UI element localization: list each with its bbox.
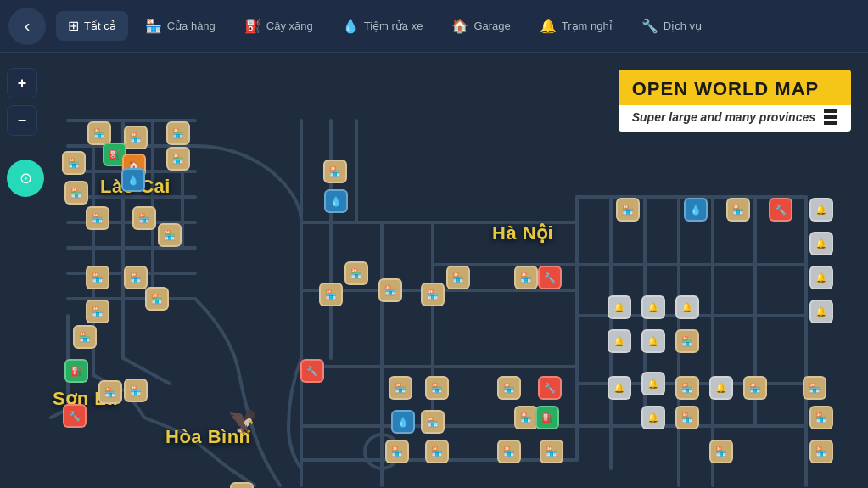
map-icon-shop-35[interactable]: 🏪: [421, 410, 445, 434]
all-icon: ⊞: [68, 18, 79, 34]
map-icon-shop-12[interactable]: 🏪: [86, 266, 109, 289]
tab-rest-label: Trạm nghỉ: [562, 20, 613, 32]
map-icon-bell-71[interactable]: 🔔: [809, 300, 833, 323]
map-icon-shop-25[interactable]: 🏪: [323, 160, 347, 183]
map-icon-shop-21[interactable]: 🏪: [230, 482, 254, 488]
map-icon-shop-43[interactable]: 🏪: [514, 406, 538, 429]
fuel-icon: ⛽: [244, 18, 261, 34]
map-icon-shop-55[interactable]: 🏪: [675, 376, 699, 400]
locate-button[interactable]: ⊙: [7, 160, 44, 197]
map-icon-bell-50[interactable]: 🔔: [608, 329, 631, 353]
zoom-in-button[interactable]: +: [7, 68, 37, 98]
map-icon-shop-27[interactable]: 🏪: [344, 261, 368, 285]
map-icon-bell-49[interactable]: 🔔: [675, 295, 699, 319]
map-icon-bell-68[interactable]: 🔔: [809, 198, 833, 222]
map-icon-shop-0[interactable]: 🏪: [87, 121, 111, 145]
map-icon-shop-62[interactable]: 🏪: [809, 440, 833, 463]
tab-garage-label: Garage: [473, 20, 510, 32]
map-icon-shop-57[interactable]: 🏪: [743, 376, 767, 400]
map-icon-bell-70[interactable]: 🔔: [809, 266, 833, 289]
map-icon-service-29[interactable]: 🔧: [300, 359, 324, 383]
map-icon-bell-51[interactable]: 🔔: [641, 329, 665, 353]
top-navigation: ‹ ⊞ Tất cả 🏪 Cửa hàng ⛽ Cây xăng 💧 Tiệm …: [0, 0, 868, 53]
map-icon-water-7[interactable]: 💧: [121, 168, 145, 192]
map-icon-shop-2[interactable]: 🏪: [166, 121, 190, 145]
map-icon-shop-18[interactable]: 🏪: [98, 380, 122, 404]
map-icon-shop-10[interactable]: 🏪: [132, 206, 156, 230]
banner-header: OPEN WORLD MAP: [619, 70, 851, 105]
map-icon-shop-39[interactable]: 🏪: [514, 266, 538, 289]
map-icon-shop-32[interactable]: 🏪: [389, 376, 412, 400]
locate-icon: ⊙: [20, 169, 32, 188]
map-icon-shop-46[interactable]: 🏪: [540, 440, 563, 463]
map-icon-shop-60[interactable]: 🏪: [675, 406, 699, 429]
map-icon-shop-64[interactable]: 🏪: [616, 198, 640, 222]
map-icon-shop-28[interactable]: 🏪: [319, 283, 343, 306]
tab-water[interactable]: 💧 Tiệm rửa xe: [330, 11, 435, 41]
map-icon-shop-30[interactable]: 🏪: [378, 278, 402, 302]
map-icon-bell-47[interactable]: 🔔: [608, 295, 631, 319]
map-icon-service-42[interactable]: 🔧: [538, 376, 562, 400]
map-icon-shop-33[interactable]: 🏪: [425, 376, 449, 400]
tab-service-label: Dịch vụ: [664, 20, 702, 32]
map-icon-service-67[interactable]: 🔧: [769, 198, 792, 222]
zoom-out-icon: −: [18, 112, 27, 130]
banner-title: OPEN WORLD MAP: [632, 78, 820, 99]
map-icon-shop-61[interactable]: 🏪: [809, 406, 833, 429]
tab-rest[interactable]: 🔔 Trạm nghỉ: [528, 11, 624, 41]
back-icon: ‹: [25, 16, 31, 36]
tab-garage[interactable]: 🏠 Garage: [440, 11, 522, 41]
map-icon-shop-16[interactable]: 🏪: [73, 325, 97, 349]
map-icon-shop-63[interactable]: 🏪: [709, 440, 733, 463]
map-icon-bell-53[interactable]: 🔔: [608, 376, 631, 400]
map-icon-bell-59[interactable]: 🔔: [641, 406, 665, 429]
shop-icon: 🏪: [145, 18, 162, 34]
map-icon-shop-15[interactable]: 🏪: [86, 300, 109, 323]
map-area[interactable]: Lào Cai Hà Nội Sơn La Hòa Bình Hải Phòng…: [0, 53, 868, 488]
map-icon-fuel-44[interactable]: ⛽: [535, 406, 559, 429]
map-icon-shop-6[interactable]: 🏪: [166, 147, 190, 171]
map-icon-shop-14[interactable]: 🏪: [145, 287, 169, 311]
map-icon-shop-41[interactable]: 🏪: [497, 376, 521, 400]
map-icon-service-20[interactable]: 🔧: [63, 404, 87, 428]
map-icon-shop-8[interactable]: 🏪: [64, 181, 88, 205]
map-icon-bell-54[interactable]: 🔔: [641, 372, 665, 395]
map-icon-shop-58[interactable]: 🏪: [803, 376, 826, 400]
map-icon-bell-56[interactable]: 🔔: [709, 376, 733, 400]
tab-shop[interactable]: 🏪 Cửa hàng: [133, 11, 227, 41]
map-icon-shop-38[interactable]: 🏪: [446, 266, 470, 289]
tab-fuel-label: Cây xăng: [266, 20, 313, 32]
map-icon-shop-31[interactable]: 🏪: [421, 283, 445, 306]
back-button[interactable]: ‹: [8, 8, 46, 45]
map-icon-fuel-17[interactable]: ⛽: [64, 359, 88, 383]
map-icon-water-65[interactable]: 💧: [684, 198, 708, 222]
map-icon-shop-13[interactable]: 🏪: [124, 266, 148, 289]
tab-all-label: Tất cả: [84, 20, 116, 32]
map-icon-shop-1[interactable]: 🏪: [124, 126, 148, 149]
map-icon-shop-52[interactable]: 🏪: [675, 329, 699, 353]
zoom-out-button[interactable]: −: [7, 105, 37, 136]
map-icon-shop-9[interactable]: 🏪: [86, 206, 109, 230]
map-icon-shop-45[interactable]: 🏪: [497, 440, 521, 463]
map-icon-shop-4[interactable]: 🏪: [62, 151, 86, 175]
bird-decoration: 🦅: [227, 407, 257, 435]
map-icon-service-40[interactable]: 🔧: [538, 266, 562, 289]
map-icon-shop-36[interactable]: 🏪: [385, 440, 409, 463]
tab-shop-label: Cửa hàng: [167, 20, 216, 32]
map-icon-bell-69[interactable]: 🔔: [809, 232, 833, 255]
tab-service[interactable]: 🔧 Dịch vụ: [630, 11, 714, 41]
map-icon-water-34[interactable]: 💧: [391, 410, 415, 434]
water-icon: 💧: [342, 18, 359, 34]
garage-icon: 🏠: [451, 18, 468, 34]
map-icon-bell-48[interactable]: 🔔: [641, 295, 665, 319]
tab-all[interactable]: ⊞ Tất cả: [56, 11, 128, 41]
banner-stripes: [824, 109, 837, 125]
map-icon-shop-37[interactable]: 🏪: [425, 440, 449, 463]
map-icon-shop-11[interactable]: 🏪: [158, 223, 182, 247]
map-icon-shop-19[interactable]: 🏪: [124, 379, 148, 402]
map-icon-water-26[interactable]: 💧: [324, 189, 348, 213]
tab-fuel[interactable]: ⛽ Cây xăng: [232, 11, 325, 41]
banner-subtitle: Super large and many provinces: [632, 110, 815, 124]
map-icon-shop-66[interactable]: 🏪: [726, 198, 750, 222]
side-controls: + − ⊙: [7, 68, 44, 197]
